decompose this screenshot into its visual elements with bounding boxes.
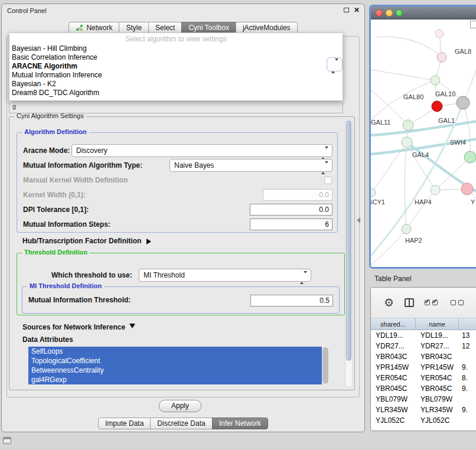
settings-scrollbar[interactable] [345, 119, 353, 387]
table-row[interactable]: YBR045C YBR045C 9. [371, 383, 476, 394]
which-threshold-value: MI Threshold [144, 271, 185, 279]
column-header-shared-name[interactable]: shared... [371, 318, 416, 330]
tab-cyni-toolbox[interactable]: Cyni Toolbox [181, 22, 236, 34]
manual-kernel-width-label: Manual Kernel Width Definition [23, 174, 128, 187]
zoom-traffic-light-icon[interactable] [396, 9, 403, 17]
kernel-width-field[interactable] [263, 189, 332, 201]
table-row[interactable]: YDR27... YDR27... 12 [371, 341, 476, 351]
table-row[interactable]: YBR043C YBR043C [371, 351, 476, 362]
cell-shared-name: YDR27... [371, 342, 416, 350]
hub-definition-section[interactable]: Hub/Transcription Factor Definition [22, 235, 151, 246]
sources-section[interactable]: Sources for Network Inference [22, 321, 135, 332]
tab-style[interactable]: Style [119, 22, 149, 34]
column-header-name[interactable]: name [416, 318, 459, 330]
tab-select[interactable]: Select [148, 22, 182, 34]
control-panel-window: Control Panel ✕ Network Style Select Cyn… [1, 4, 365, 432]
mi-threshold-field[interactable] [250, 295, 333, 306]
mi-threshold-definition-group: MI Threshold Definition Mutual Informati… [22, 286, 340, 314]
algorithm-option[interactable]: Mutual Information Inference [9, 71, 343, 80]
network-node[interactable] [431, 185, 440, 195]
attribute-item-selected[interactable]: BetweennessCentrality [28, 366, 322, 375]
expand-right-arrow-icon[interactable] [146, 239, 151, 244]
algorithm-option[interactable]: Basic Correlation Inference [9, 53, 343, 62]
network-graph: GAL80 GAL10 GAL11 GAL1 SWI4 GAL4 GCY1 HA… [371, 19, 476, 269]
apply-button[interactable]: Apply [159, 400, 201, 412]
aracne-mode-select[interactable]: Discovery [71, 144, 332, 157]
network-node[interactable] [431, 76, 440, 85]
network-node[interactable] [457, 96, 470, 109]
attribute-item-selected[interactable]: SelfLoops [28, 347, 322, 356]
algorithm-option[interactable]: Dream8 DC_TDC Algorithm [9, 89, 343, 97]
table-row[interactable]: YER054C YER054C 8. [371, 373, 476, 383]
float-window-icon[interactable] [344, 8, 349, 12]
node-label: GAL10 [435, 90, 455, 97]
close-traffic-light-icon[interactable] [376, 9, 383, 17]
network-canvas[interactable]: GAL80 GAL10 GAL11 GAL1 SWI4 GAL4 GCY1 HA… [371, 19, 476, 267]
network-node[interactable] [437, 53, 446, 62]
tab-network[interactable]: Network [69, 22, 119, 34]
network-node[interactable] [403, 120, 413, 131]
checked-boxes-icon[interactable] [425, 300, 440, 305]
algorithm-option[interactable]: Bayesian - K2 [9, 80, 343, 89]
mi-threshold-label: Mutual Information Threshold: [28, 294, 131, 306]
table-panel-title: Table Panel [374, 275, 412, 283]
mi-steps-field[interactable] [250, 219, 332, 230]
columns-icon[interactable] [405, 298, 414, 307]
table-row[interactable]: YJL052C YJL052C [371, 415, 476, 426]
stepper-arrows-icon [321, 147, 328, 159]
node-label: GCY1 [371, 198, 385, 206]
node-label: Y [471, 198, 475, 206]
cell-shared-name: YLR345W [371, 406, 416, 414]
minimize-traffic-light-icon[interactable] [386, 9, 393, 17]
network-node[interactable] [461, 183, 473, 195]
network-node[interactable] [402, 224, 411, 234]
selected-node-red[interactable] [432, 101, 442, 112]
which-threshold-select[interactable]: MI Threshold [139, 269, 311, 282]
tab-infer-network[interactable]: Infer Network [212, 418, 268, 429]
manual-kernel-width-checkbox[interactable] [324, 177, 332, 184]
network-node[interactable] [435, 30, 444, 38]
network-node[interactable] [371, 188, 376, 197]
mi-algorithm-type-select[interactable]: Naive Bayes [169, 159, 332, 172]
network-node[interactable] [464, 151, 476, 163]
network-window-titlebar[interactable] [371, 6, 476, 19]
scrollbar-thumb[interactable] [322, 347, 328, 384]
collapse-down-arrow-icon[interactable] [129, 324, 135, 328]
sources-label: Sources for Network Inference [22, 323, 125, 331]
cyni-algorithm-settings-group: Cyni Algorithm Settings Algorithm Defini… [9, 116, 355, 390]
attributes-scrollbar[interactable] [322, 347, 329, 384]
close-icon[interactable]: ✕ [354, 6, 360, 14]
network-scroll-corner[interactable] [470, 21, 476, 28]
table-body: YDL19... YDL19... 13 YDR27... YDR27... 1… [371, 330, 476, 426]
unchecked-boxes-icon[interactable] [451, 300, 466, 305]
table-panel-window: ⚙ shared... name YDL19... YDL19... 13 YD… [370, 287, 476, 431]
cell-value: 9. [459, 384, 476, 393]
table-row[interactable]: YBL079W YBL079W [371, 394, 476, 405]
table-row[interactable]: YDL19... YDL19... 13 [371, 330, 476, 341]
column-header-partial[interactable] [459, 318, 476, 330]
minimized-panel-icon[interactable] [3, 437, 11, 444]
data-attributes-list[interactable]: SelfLoops TopologicalCoefficient Between… [28, 347, 329, 384]
window-title: Control Panel [7, 7, 47, 14]
dpi-tolerance-label: DPI Tolerance [0,1]: [23, 203, 89, 216]
algorithm-option[interactable]: Bayesian - Hill Climbing [9, 44, 343, 53]
tab-discretize-data[interactable]: Discretize Data [150, 418, 212, 429]
algorithm-option-selected[interactable]: ARACNE Algorithm [9, 62, 343, 71]
tab-jactivemodules[interactable]: jActiveModules [236, 22, 298, 34]
dpi-tolerance-field[interactable] [250, 204, 332, 216]
scrollbar-thumb[interactable] [346, 120, 351, 361]
cell-shared-name: YBR045C [371, 384, 416, 393]
algorithm-combobox-button[interactable] [327, 57, 343, 71]
network-node[interactable] [402, 137, 412, 148]
gear-icon[interactable]: ⚙ [384, 297, 394, 308]
attribute-item-selected[interactable]: gal4RGexp [28, 375, 322, 384]
attribute-item-selected[interactable]: TopologicalCoefficient [28, 356, 322, 366]
table-row[interactable]: YPR145W YPR145W 9. [371, 362, 476, 373]
algorithm-definition-title: Algorithm Definition [22, 128, 89, 135]
network-edge-highlight [371, 119, 476, 200]
cell-value: 9. [459, 406, 476, 414]
cell-name: YBR043C [416, 353, 459, 361]
table-row[interactable]: YLR345W YLR345W 9. [371, 405, 476, 415]
tab-impute-data[interactable]: Impute Data [98, 418, 151, 429]
splitter-handle[interactable] [357, 217, 360, 223]
